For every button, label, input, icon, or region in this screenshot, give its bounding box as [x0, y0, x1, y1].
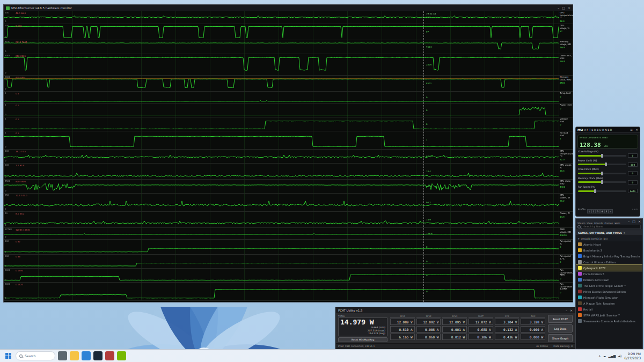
graph-plot[interactable] — [4, 117, 559, 131]
game-list-item[interactable]: Bright Memory Infinite Ray Tracing Bench… — [576, 253, 642, 259]
game-list-item[interactable]: A Plague Tale: Requiem — [576, 300, 642, 306]
game-list-item[interactable]: Forza Horizon 5 — [576, 271, 642, 277]
monitor-titlebar[interactable]: MSI Afterburner v4.6.5 hardware monitor … — [4, 5, 573, 11]
cursor-value-label: 0 — [426, 109, 428, 112]
slider-track[interactable] — [578, 181, 626, 183]
edge-icon[interactable] — [82, 351, 91, 360]
pcat-channel: 12V212.092 V0.005 A0.060 W — [416, 315, 441, 342]
reset-minmax-button[interactable]: Reset Min/Max/Avg — [338, 337, 387, 342]
slider-value: 100 — [628, 162, 638, 167]
tray-icons: ∧☁▂▄▆◄) — [598, 354, 621, 358]
pcat-button[interactable]: Reset PCAT — [548, 315, 573, 323]
graph-plot[interactable] — [4, 92, 559, 103]
game-list-item[interactable]: Borderlands 3 — [576, 247, 642, 253]
volume-icon[interactable]: ◄) — [618, 354, 621, 358]
profile-button[interactable]: 3 — [596, 209, 600, 213]
graph-plot[interactable] — [4, 131, 559, 149]
graph-plot[interactable] — [4, 255, 559, 268]
minimize-icon[interactable]: – — [566, 309, 567, 312]
profile-button[interactable]: 5 — [604, 209, 609, 213]
afterburner-brand: AFTERBURNER — [584, 128, 612, 131]
file-explorer-icon[interactable] — [70, 351, 79, 360]
graph-plot[interactable] — [4, 212, 559, 227]
graph-plot[interactable] — [4, 180, 559, 193]
time-cursor[interactable] — [423, 11, 424, 302]
minimize-icon[interactable]: – — [558, 6, 559, 10]
graph-plot[interactable] — [4, 164, 559, 179]
minimize-icon[interactable]: – — [628, 220, 630, 223]
row-current-value: 58.0 — [560, 20, 572, 23]
pcat-titlebar[interactable]: PCAT Utility v1.5 – × — [336, 307, 575, 313]
slider-handle[interactable] — [594, 189, 596, 193]
afterburner-icon[interactable] — [105, 351, 114, 360]
game-list-item[interactable]: Horizon Zero Dawn — [576, 277, 642, 283]
close-icon[interactable]: × — [635, 128, 638, 131]
taskbar-clock[interactable]: 9:29 PM 6/27/2023 — [624, 352, 641, 360]
pcat-button[interactable]: Show Graph — [548, 334, 573, 342]
graph-plot[interactable] — [4, 228, 559, 239]
profile-button[interactable]: 4 — [600, 209, 604, 213]
row-label-gutter: CPU clock, MHz4400 — [559, 180, 573, 193]
game-list-item[interactable]: Metro Exodus Enhanced Edition — [576, 289, 642, 294]
pcat-status-connection: PCAT C8D connected, FW v1.1 — [338, 345, 375, 348]
tray-time: 9:29 PM — [624, 352, 641, 356]
afterburner-display: NVIDIA GeForce RTX 4060 128.38 MHz — [577, 135, 638, 149]
task-view-icon[interactable] — [58, 351, 67, 360]
graph-plot[interactable] — [4, 194, 559, 211]
slider-handle[interactable] — [601, 180, 603, 184]
slider-track[interactable] — [578, 173, 626, 174]
pcat-channels: 12V112.089 V0.510 A6.165 W12V212.092 V0.… — [390, 315, 545, 342]
steam-search-input[interactable] — [582, 225, 641, 229]
steam-titlebar[interactable]: SteamViewFriendsGamesHelp – □ × — [576, 219, 642, 224]
core-clock-unit: MHz — [604, 145, 609, 147]
graph-plot[interactable] — [4, 40, 559, 54]
graph-plot[interactable] — [4, 240, 559, 254]
steam-collections-header[interactable]: GAMES, SOFTWARE, AND TOOLS ▾ — [576, 230, 642, 236]
graph-plot[interactable] — [4, 269, 559, 282]
slider-handle[interactable] — [605, 162, 607, 166]
steam-game-list: Atomic HeartBorderlands 3Bright Memory I… — [576, 241, 642, 349]
slider-handle[interactable] — [601, 154, 603, 158]
slider-track[interactable] — [578, 155, 626, 157]
afterburner-titlebar[interactable]: MSI AFTERBURNER ≡ × — [576, 127, 640, 133]
taskbar: Search ∧☁▂▄▆◄) 9:29 PM 6/27/2023 — [0, 349, 644, 362]
close-icon[interactable]: × — [638, 220, 641, 223]
game-icon — [578, 242, 582, 246]
game-list-item[interactable]: Cyberpunk 2077 — [576, 265, 642, 271]
slider-track[interactable] — [578, 190, 626, 192]
slider-track[interactable] — [578, 164, 626, 165]
apply-check-icon[interactable]: ✓ — [609, 209, 613, 213]
graph-plot[interactable] — [4, 283, 559, 300]
game-list-item[interactable]: Redfall — [576, 306, 642, 312]
start-button[interactable] — [3, 351, 13, 361]
minmax-stamp: 8.1 38.2 — [16, 212, 25, 215]
wifi-icon[interactable]: ▂▄▆ — [608, 354, 616, 358]
steam-group-header[interactable]: ▾ UNCATEGORIZED (14) — [576, 236, 642, 241]
hamburger-menu-icon[interactable]: ≡ — [630, 128, 633, 131]
maximize-icon[interactable]: □ — [562, 6, 565, 10]
chevron-up-icon[interactable]: ∧ — [598, 354, 601, 358]
game-list-item[interactable]: Microsoft Flight Simulator — [576, 294, 642, 300]
onedrive-icon[interactable]: ☁ — [603, 354, 606, 358]
close-icon[interactable]: × — [568, 6, 570, 10]
graph-plot[interactable] — [4, 150, 559, 163]
graph-plot[interactable] — [4, 104, 559, 117]
game-list-item[interactable]: STAR WARS Jedi: Survivor™ — [576, 312, 642, 318]
pcat-icon[interactable] — [117, 351, 126, 360]
game-list-item[interactable]: Steamworks Common Redistributables — [576, 318, 642, 324]
game-list-item[interactable]: Atomic Heart — [576, 241, 642, 247]
close-icon[interactable]: × — [570, 309, 573, 312]
profile-button[interactable]: 2 — [591, 209, 596, 213]
graph-plot[interactable] — [4, 54, 559, 75]
game-list-item[interactable]: The Lord of the Rings: Gollum™ — [576, 283, 642, 289]
graph-plot[interactable] — [4, 24, 559, 40]
graph-plot[interactable] — [4, 76, 559, 91]
game-list-item[interactable]: Control Ultimate Edition — [576, 259, 642, 265]
taskbar-search[interactable]: Search — [16, 351, 55, 360]
profile-button[interactable]: 1 — [587, 209, 591, 213]
slider-handle[interactable] — [601, 172, 603, 175]
pcat-button[interactable]: Log Data — [548, 324, 573, 333]
graph-plot[interactable] — [4, 11, 559, 24]
steam-icon[interactable] — [93, 351, 103, 360]
maximize-icon[interactable]: □ — [632, 220, 635, 223]
